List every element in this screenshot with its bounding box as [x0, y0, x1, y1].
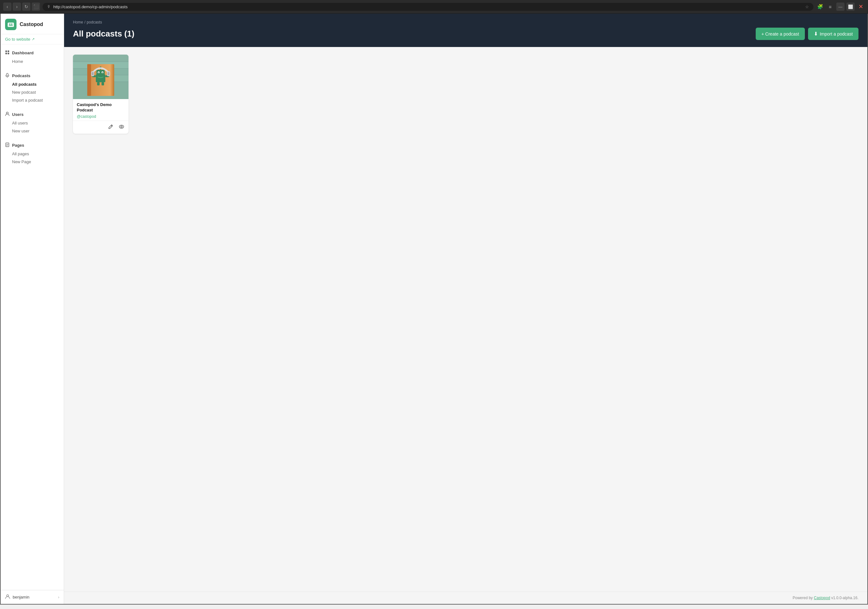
go-to-website-text: Go to website	[5, 37, 31, 42]
svg-rect-18	[73, 62, 129, 62]
podcast-actions	[73, 121, 129, 134]
footer-link[interactable]: Castopod	[814, 596, 830, 600]
svg-point-10	[6, 112, 8, 114]
page-footer: Powered by Castopod v1.0.0-alpha.16.	[64, 592, 867, 604]
svg-rect-38	[102, 82, 104, 85]
view-podcast-button[interactable]	[118, 124, 125, 131]
svg-rect-43	[92, 72, 94, 75]
import-btn-text: Import a podcast	[820, 31, 853, 37]
podcast-cover	[73, 54, 129, 99]
edit-podcast-button[interactable]	[107, 124, 114, 131]
go-to-website-link[interactable]: Go to website ↗	[1, 34, 64, 45]
users-label: Users	[12, 112, 23, 117]
sidebar-section-title-podcasts: Podcasts	[1, 72, 64, 80]
svg-point-1	[9, 23, 11, 25]
pages-label: Pages	[12, 143, 24, 148]
browser-chrome: ‹ › ↻ ⬛ 🎙 http://castopod.demo/cp-admin/…	[0, 0, 868, 14]
sidebar-item-new-page[interactable]: New Page	[1, 158, 64, 166]
breadcrumb-current: podcasts	[87, 20, 102, 25]
svg-point-2	[11, 23, 12, 25]
svg-rect-3	[9, 25, 13, 26]
back-button[interactable]: ‹	[3, 3, 11, 11]
svg-rect-17	[73, 54, 129, 62]
svg-rect-30	[96, 70, 105, 76]
sidebar-footer-arrow: ›	[58, 595, 59, 600]
maximize-button[interactable]: ⬜	[846, 3, 855, 11]
sidebar-item-import-podcast[interactable]: Import a podcast	[1, 96, 64, 104]
svg-line-45	[111, 126, 112, 126]
sidebar-section-pages: Pages All pages New Page	[1, 137, 64, 168]
svg-rect-6	[5, 53, 7, 54]
sidebar-item-all-pages[interactable]: All pages	[1, 150, 64, 158]
user-avatar-icon	[5, 594, 10, 600]
minimize-button[interactable]: —	[836, 3, 845, 11]
pages-icon	[5, 143, 9, 148]
sidebar-header: Castopod	[1, 14, 64, 34]
svg-rect-44	[107, 72, 110, 75]
dashboard-icon	[5, 50, 9, 56]
podcasts-label: Podcasts	[12, 73, 31, 78]
browser-right-controls: 🧩 ≡ — ⬜ ✕	[816, 3, 865, 11]
svg-point-47	[121, 126, 122, 127]
sidebar-section-podcasts: Podcasts All podcasts New podcast Import…	[1, 67, 64, 106]
extensions-button[interactable]: 🧩	[816, 3, 824, 11]
svg-point-8	[6, 73, 8, 76]
sidebar-section-dashboard: Dashboard Home	[1, 45, 64, 67]
content-area: Castopod's Demo Podcast @castopod	[64, 47, 867, 592]
sidebar-username: benjamin	[13, 595, 29, 600]
sidebar-section-title-dashboard: Dashboard	[1, 49, 64, 57]
page-title: All podcasts (1)	[73, 29, 135, 39]
sidebar: Castopod Go to website ↗ Dashboard Home	[1, 14, 64, 604]
url-text: http://castopod.demo/cp-admin/podcasts	[53, 5, 127, 9]
sidebar-section-users: Users All users New user	[1, 106, 64, 137]
menu-button[interactable]: ≡	[826, 3, 834, 11]
main-content: Home / podcasts All podcasts (1) + Creat…	[64, 14, 867, 604]
footer-version: v1.0.0-alpha.16.	[831, 596, 859, 600]
bookmark-icon: ☆	[805, 5, 809, 9]
sidebar-section-title-pages: Pages	[1, 141, 64, 149]
sidebar-footer: benjamin ›	[1, 590, 64, 604]
mic-icon	[5, 73, 9, 78]
screenshot-button[interactable]: ⬛	[32, 3, 40, 11]
users-icon	[5, 112, 9, 117]
app-name: Castopod	[20, 22, 43, 27]
sidebar-item-new-user[interactable]: New user	[1, 127, 64, 135]
podcast-grid: Castopod's Demo Podcast @castopod	[73, 54, 859, 134]
podcast-name: Castopod's Demo Podcast	[77, 102, 125, 113]
footer-text: Powered by	[793, 596, 813, 600]
sidebar-item-all-podcasts[interactable]: All podcasts	[1, 80, 64, 88]
podcast-info: Castopod's Demo Podcast @castopod	[73, 99, 129, 121]
sidebar-item-home[interactable]: Home	[1, 57, 64, 65]
svg-rect-4	[5, 50, 7, 52]
forward-button[interactable]: ›	[13, 3, 21, 11]
svg-rect-28	[87, 64, 91, 96]
svg-rect-5	[8, 50, 9, 52]
sidebar-user[interactable]: benjamin	[5, 594, 29, 600]
svg-point-33	[98, 72, 99, 73]
svg-rect-37	[97, 82, 100, 85]
address-bar[interactable]: 🎙 http://castopod.demo/cp-admin/podcasts…	[42, 3, 814, 11]
external-link-icon: ↗	[32, 37, 34, 41]
sidebar-section-title-users: Users	[1, 110, 64, 118]
create-podcast-button[interactable]: + Create a podcast	[756, 28, 805, 40]
breadcrumb: Home / podcasts	[73, 20, 859, 25]
svg-point-34	[102, 72, 103, 73]
site-icon: 🎙	[47, 5, 51, 9]
download-icon: ⬇	[814, 31, 818, 37]
window-controls: ‹ › ↻ ⬛	[3, 3, 40, 11]
page-header-row: All podcasts (1) + Create a podcast ⬇ Im…	[73, 28, 859, 40]
sidebar-item-all-users[interactable]: All users	[1, 119, 64, 127]
page-header: Home / podcasts All podcasts (1) + Creat…	[64, 14, 867, 47]
refresh-button[interactable]: ↻	[22, 3, 31, 11]
breadcrumb-separator: /	[84, 20, 85, 25]
header-actions: + Create a podcast ⬇ Import a podcast	[756, 28, 859, 40]
sidebar-item-new-podcast[interactable]: New podcast	[1, 88, 64, 96]
app-wrapper: Castopod Go to website ↗ Dashboard Home	[0, 14, 868, 604]
svg-point-15	[7, 595, 9, 597]
podcast-handle: @castopod	[77, 114, 125, 119]
svg-rect-0	[8, 23, 14, 27]
app-logo	[5, 19, 17, 30]
dashboard-label: Dashboard	[12, 50, 34, 55]
import-podcast-button[interactable]: ⬇ Import a podcast	[808, 28, 859, 40]
close-button[interactable]: ✕	[857, 3, 865, 11]
